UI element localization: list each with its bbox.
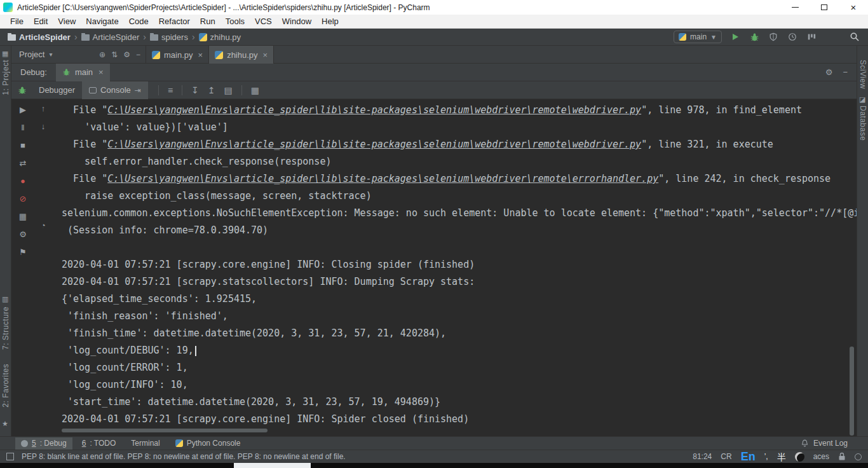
right-tool-strip: SciView ◪ Database xyxy=(857,46,868,436)
tool-strip-structure[interactable]: 7: Structure xyxy=(1,306,10,350)
hide-panel-icon[interactable]: − xyxy=(843,67,848,77)
tool-strip-sciview[interactable]: SciView xyxy=(858,60,867,89)
breadcrumb-item-spiders[interactable]: spiders xyxy=(150,32,188,42)
menu-vcs[interactable]: VCS xyxy=(250,17,277,26)
debug-button[interactable] xyxy=(749,31,760,43)
ime-punctuation-indicator[interactable]: ’, xyxy=(764,452,768,461)
debug-header-actions: ⚙ − xyxy=(825,67,857,77)
editor-tab-zhihu-py[interactable]: zhihu.py× xyxy=(209,46,274,64)
structure-strip-icon[interactable]: ▥ xyxy=(2,295,8,303)
settings-gear-icon[interactable]: ⚙ xyxy=(123,50,130,59)
menu-tools[interactable]: Tools xyxy=(220,17,250,26)
event-log-button[interactable]: Event Log xyxy=(801,439,848,448)
file-link[interactable]: C:\Users\yangwen\Envs\article_spider\lib… xyxy=(107,173,658,184)
coverage-button[interactable] xyxy=(768,31,779,43)
pin-icon[interactable]: ⚑ xyxy=(19,247,27,257)
pycharm-logo-icon xyxy=(3,3,13,12)
up-stack-icon[interactable]: ↑ xyxy=(41,103,46,113)
scroll-to-top-icon[interactable]: ↥ xyxy=(208,85,215,95)
chevron-down-icon[interactable]: ▾ xyxy=(49,51,52,58)
close-tab-icon[interactable]: × xyxy=(198,50,203,60)
line-separator[interactable]: CR xyxy=(721,452,731,461)
session-tab-label: main xyxy=(75,67,93,77)
minimize-button[interactable] xyxy=(780,0,810,15)
menu-run[interactable]: Run xyxy=(195,17,220,26)
file-link[interactable]: C:\Users\yangwen\Envs\article_spider\lib… xyxy=(107,104,641,116)
tool-window-tab-terminal[interactable]: Terminal xyxy=(125,437,165,450)
tool-window-switcher-icon[interactable] xyxy=(6,453,14,460)
close-button[interactable]: × xyxy=(839,0,868,15)
print-icon[interactable]: ▤ xyxy=(224,85,233,95)
breakpoints-icon[interactable]: ● xyxy=(20,176,25,186)
pause-icon[interactable]: ‖ xyxy=(21,122,24,132)
horizontal-scrollbar[interactable] xyxy=(62,429,268,432)
menu-edit[interactable]: Edit xyxy=(29,17,53,26)
tab-debugger[interactable]: Debugger xyxy=(32,81,82,99)
inspections-widget-icon[interactable] xyxy=(855,453,862,460)
breadcrumb-separator: › xyxy=(74,32,78,42)
breadcrumb-item-articlespider[interactable]: ArticleSpider xyxy=(8,32,71,42)
file-link[interactable]: C:\Users\yangwen\Envs\article_spider\lib… xyxy=(107,139,641,150)
favorites-star-icon[interactable]: ★ xyxy=(2,420,8,428)
close-tab-icon[interactable]: × xyxy=(263,50,268,60)
scroll-to-end-icon[interactable]: ↧ xyxy=(191,85,199,95)
indent-widget[interactable]: aces xyxy=(813,452,829,461)
breadcrumb-item-articlespider[interactable]: ArticleSpider xyxy=(81,32,140,42)
search-everywhere-icon[interactable] xyxy=(849,31,860,43)
tool-strip-favorites[interactable]: 2: Favorites xyxy=(1,364,10,408)
tool-strip-database[interactable]: Database xyxy=(858,106,867,141)
ime-language-indicator[interactable]: En xyxy=(741,450,756,464)
tool-strip-project[interactable]: 1: Project xyxy=(1,60,10,95)
breadcrumb-label: spiders xyxy=(161,32,188,42)
mute-breakpoints-icon[interactable]: ⊘ xyxy=(20,193,27,203)
taskbar-item[interactable] xyxy=(234,463,311,468)
caret-position[interactable]: 81:24 xyxy=(693,452,712,461)
database-strip-icon[interactable]: ◪ xyxy=(859,95,865,104)
menu-help[interactable]: Help xyxy=(316,17,344,26)
layout-windows-icon[interactable]: ▦ xyxy=(19,211,27,221)
maximize-button[interactable] xyxy=(810,0,839,15)
console-line: File "C:\Users\yangwen\Envs\article_spid… xyxy=(62,102,857,119)
debug-console[interactable]: ▶‖■⇄●⊘▦⚙⚑ ↑↓◔ File "C:\Users\yangwen\Env… xyxy=(11,99,857,436)
project-panel-title: Project xyxy=(19,50,44,59)
ime-skin-moon-icon[interactable] xyxy=(795,452,804,462)
menu-file[interactable]: File xyxy=(5,17,29,26)
settings-gear-icon[interactable]: ⚙ xyxy=(825,67,833,77)
clear-all-icon[interactable]: ▦ xyxy=(251,85,259,95)
ime-width-indicator[interactable]: 半 xyxy=(777,450,786,463)
run-config-selector[interactable]: main ▼ xyxy=(674,31,722,43)
collapse-all-icon[interactable]: ⇅ xyxy=(111,50,118,59)
history-icon[interactable]: ◔ xyxy=(41,220,46,230)
debug-session-tab-main[interactable]: main × xyxy=(56,64,110,81)
locate-file-icon[interactable]: ⊕ xyxy=(99,50,105,59)
close-session-icon[interactable]: × xyxy=(98,67,104,77)
settings-gear-icon[interactable]: ⚙ xyxy=(19,229,27,239)
lock-icon[interactable] xyxy=(838,452,846,461)
tab-mnemonic: 5 xyxy=(32,439,36,448)
tool-window-tab-todo[interactable]: 6: TODO xyxy=(76,437,122,450)
breadcrumb-item-zhihu-py[interactable]: zhihu.py xyxy=(199,32,241,42)
profiler-button[interactable] xyxy=(787,31,798,43)
run-button[interactable] xyxy=(729,31,741,43)
tool-window-tab-debug[interactable]: 5: Debug xyxy=(15,437,72,450)
resume-icon[interactable]: ▶ xyxy=(20,104,26,114)
menu-refactor[interactable]: Refactor xyxy=(154,17,195,26)
folder-icon xyxy=(81,34,90,41)
down-stack-icon[interactable]: ↓ xyxy=(41,121,46,131)
restore-layout-icon[interactable]: ⇄ xyxy=(20,158,27,168)
menu-window[interactable]: Window xyxy=(277,17,316,26)
menu-view[interactable]: View xyxy=(53,17,81,26)
stop-icon[interactable]: ■ xyxy=(20,140,25,150)
menu-code[interactable]: Code xyxy=(124,17,154,26)
concurrency-button[interactable] xyxy=(806,31,817,43)
tab-console[interactable]: Console⇥ xyxy=(82,81,148,99)
project-panel-header[interactable]: Project ▾ ⊕ ⇅ ⚙ − xyxy=(11,46,146,63)
project-strip-icon[interactable]: ▦ xyxy=(2,50,8,58)
tab-label: : TODO xyxy=(90,439,116,448)
vertical-scrollbar[interactable] xyxy=(850,347,854,436)
soft-wrap-icon[interactable]: ≡ xyxy=(168,85,173,95)
hide-panel-icon[interactable]: − xyxy=(136,50,140,59)
tool-window-tab-python-console[interactable]: Python Console xyxy=(170,437,247,450)
editor-tab-main-py[interactable]: main.py× xyxy=(146,46,209,64)
menu-navigate[interactable]: Navigate xyxy=(81,17,123,26)
